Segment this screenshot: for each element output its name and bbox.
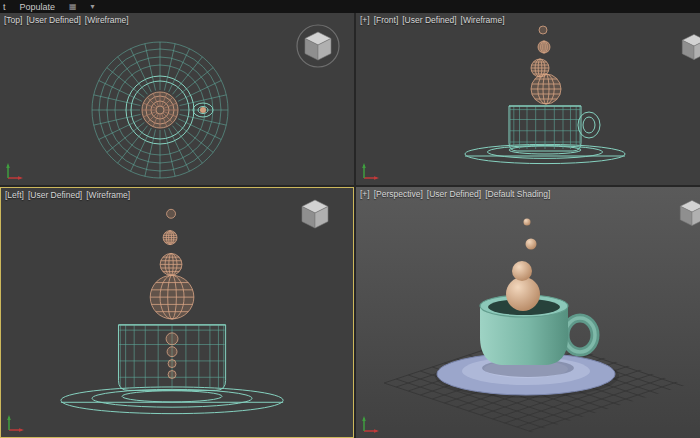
viewport-perspective-canvas [356, 187, 700, 438]
viewport-front-canvas [356, 13, 700, 185]
chevron-down-icon[interactable]: ▾ [91, 3, 95, 11]
viewport-menu-shading[interactable]: [Wireframe] [85, 15, 129, 25]
menu-populate[interactable]: Populate [20, 2, 56, 12]
cup-3d[interactable] [480, 295, 595, 365]
viewport-menu-shading[interactable]: [Default Shading] [485, 189, 550, 199]
viewport-top[interactable]: [Top] [User Defined] [Wireframe] [0, 13, 354, 185]
axis-gizmo [5, 412, 27, 434]
3d-app-window: t Populate ▦ ▾ [Top] [User Defined] [Wir… [0, 0, 700, 438]
viewport-menu-shading[interactable]: [Wireframe] [86, 190, 130, 200]
viewcube[interactable] [676, 29, 700, 65]
top-menubar: t Populate ▦ ▾ [0, 0, 700, 13]
viewport-menu-user[interactable]: [User Defined] [26, 15, 80, 25]
viewport-menu-pov[interactable]: [Left] [5, 190, 24, 200]
sphere-stack-3d[interactable] [506, 219, 540, 312]
viewport-left-label: [Left] [User Defined] [Wireframe] [5, 190, 130, 200]
viewport-perspective[interactable]: [+] [Perspective] [User Defined] [Defaul… [356, 187, 700, 438]
panel-icon[interactable]: ▦ [69, 3, 77, 11]
axis-gizmo [4, 160, 26, 182]
viewport-menu-user[interactable]: [User Defined] [427, 189, 481, 199]
viewport-menu-shading[interactable]: [Wireframe] [461, 15, 505, 25]
axis-gizmo [360, 413, 382, 435]
viewport-menu-plus[interactable]: [+] [360, 189, 370, 199]
viewport-menu-pov[interactable]: [Top] [4, 15, 22, 25]
viewport-front[interactable]: [+] [Front] [User Defined] [Wireframe] [356, 13, 700, 185]
viewport-top-label: [Top] [User Defined] [Wireframe] [4, 15, 129, 25]
menubar-left-fragment: t [3, 2, 6, 12]
viewcube[interactable] [294, 21, 342, 69]
viewcube[interactable] [674, 195, 700, 231]
viewport-menu-plus[interactable]: [+] [360, 15, 370, 25]
viewport-front-label: [+] [Front] [User Defined] [Wireframe] [360, 15, 505, 25]
viewcube[interactable] [295, 194, 335, 234]
viewport-menu-user[interactable]: [User Defined] [402, 15, 456, 25]
viewport-left-active[interactable]: [Left] [User Defined] [Wireframe] [0, 187, 354, 438]
viewport-menu-pov[interactable]: [Front] [374, 15, 399, 25]
viewport-menu-user[interactable]: [User Defined] [28, 190, 82, 200]
axis-gizmo [360, 160, 382, 182]
viewport-menu-pov[interactable]: [Perspective] [374, 189, 423, 199]
viewport-perspective-label: [+] [Perspective] [User Defined] [Defaul… [360, 189, 550, 199]
